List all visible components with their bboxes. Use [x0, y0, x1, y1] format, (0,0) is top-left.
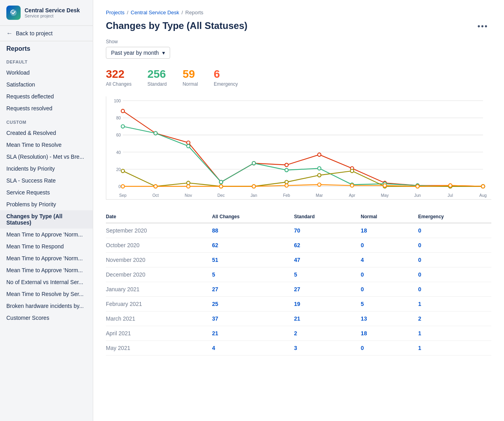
svg-point-40 — [219, 180, 222, 184]
col-date: Date — [106, 211, 207, 223]
cell-emergency: 0 — [414, 238, 491, 252]
svg-point-67 — [318, 183, 321, 186]
sidebar-item-mean-time-resolve[interactable]: Mean Time to Resolve — [0, 139, 93, 151]
cell-standard: 27 — [289, 282, 356, 296]
table-row: May 2021 4 3 0 1 — [106, 340, 491, 355]
sidebar-item-mean-resolve-ser[interactable]: Mean Time to Resolve by Ser... — [0, 288, 93, 300]
sidebar-item-customer-scores[interactable]: Customer Scores — [0, 312, 93, 324]
stat-emergency: 6 Emergency — [214, 68, 238, 87]
table-row: November 2020 51 47 4 0 — [106, 252, 491, 267]
stat-value-emergency: 6 — [214, 68, 238, 81]
svg-text:Feb: Feb — [283, 192, 290, 197]
svg-text:60: 60 — [116, 133, 121, 137]
stat-value-all-changes: 322 — [106, 68, 132, 81]
sidebar-item-mean-time-respond[interactable]: Mean Time to Respond — [0, 240, 93, 252]
brand-icon — [6, 6, 21, 20]
cell-date: April 2021 — [106, 326, 207, 340]
back-to-project-button[interactable]: ← Back to project — [0, 26, 93, 41]
sidebar-item-requests-resolved[interactable]: Requests resolved — [0, 102, 93, 114]
svg-text:Jul: Jul — [448, 192, 453, 197]
stat-label-emergency: Emergency — [214, 81, 238, 87]
col-normal: Normal — [356, 211, 414, 223]
svg-text:Sep: Sep — [119, 192, 126, 197]
svg-text:Apr: Apr — [349, 192, 356, 197]
svg-point-25 — [121, 109, 125, 113]
cell-date: November 2020 — [106, 252, 207, 267]
time-range-dropdown[interactable]: Past year by month ▾ — [106, 47, 170, 59]
cell-standard: 70 — [289, 223, 356, 238]
more-options-button[interactable]: ••• — [474, 20, 491, 33]
svg-text:Nov: Nov — [185, 192, 192, 197]
svg-point-70 — [416, 185, 419, 188]
cell-normal: 0 — [356, 267, 414, 282]
cell-emergency: 0 — [414, 252, 491, 267]
svg-point-55 — [318, 173, 321, 177]
table-row: March 2021 37 21 13 2 — [106, 311, 491, 326]
sidebar-item-changes-type[interactable]: Changes by Type (All Statuses) — [0, 210, 93, 229]
svg-point-66 — [285, 184, 288, 187]
svg-point-39 — [187, 144, 190, 148]
svg-point-31 — [318, 153, 321, 156]
svg-text:Oct: Oct — [152, 192, 159, 197]
svg-point-43 — [318, 167, 321, 170]
svg-point-72 — [481, 185, 485, 188]
cell-date: March 2021 — [106, 311, 207, 326]
stat-value-standard: 256 — [148, 68, 167, 81]
breadcrumb-central-service-desk[interactable]: Central Service Desk — [131, 10, 179, 15]
cell-all: 25 — [207, 296, 289, 311]
page-header: Changes by Type (All Statuses) ••• — [106, 20, 491, 33]
custom-section-title: CUSTOM — [0, 114, 93, 127]
svg-point-64 — [219, 185, 222, 188]
cell-all: 5 — [207, 267, 289, 282]
cell-normal: 0 — [356, 282, 414, 296]
sidebar-item-mean-approve-norm1[interactable]: Mean Time to Approve 'Norm... — [0, 229, 93, 240]
svg-point-38 — [154, 131, 157, 135]
sidebar-item-sla-resolution[interactable]: SLA (Resolution) - Met vs Bre... — [0, 151, 93, 163]
cell-all: 88 — [207, 223, 289, 238]
table-row: January 2021 27 27 0 0 — [106, 282, 491, 296]
table-row: September 2020 88 70 18 0 — [106, 223, 491, 238]
svg-point-62 — [154, 185, 157, 188]
chart-container: 020406080100SepOctNovDecJanFebMarAprMayJ… — [106, 96, 491, 200]
cell-standard: 3 — [289, 340, 356, 355]
sidebar-item-mean-approve-norm3[interactable]: Mean Time to Approve 'Norm... — [0, 264, 93, 276]
sidebar-item-satisfaction[interactable]: Satisfaction — [0, 79, 93, 90]
sidebar-item-service-requests[interactable]: Service Requests — [0, 186, 93, 198]
cell-standard: 62 — [289, 238, 356, 252]
sidebar-item-created-resolved[interactable]: Created & Resolved — [0, 127, 93, 139]
cell-normal: 18 — [356, 223, 414, 238]
svg-text:0: 0 — [119, 184, 121, 189]
cell-date: May 2021 — [106, 340, 207, 355]
cell-date: October 2020 — [106, 238, 207, 252]
sidebar-item-problems-priority[interactable]: Problems by Priority — [0, 198, 93, 210]
cell-emergency: 1 — [414, 326, 491, 340]
svg-text:Jun: Jun — [414, 192, 421, 197]
stat-label-all-changes: All Changes — [106, 81, 132, 87]
cell-emergency: 2 — [414, 311, 491, 326]
sidebar-item-workload[interactable]: Workload — [0, 67, 93, 79]
table-row: December 2020 5 5 0 0 — [106, 267, 491, 282]
svg-point-0 — [10, 10, 17, 16]
cell-standard: 2 — [289, 326, 356, 340]
cell-standard: 47 — [289, 252, 356, 267]
breadcrumb-sep-2: / — [182, 10, 183, 15]
cell-normal: 4 — [356, 252, 414, 267]
data-table: Date All Changes Standard Normal Emergen… — [106, 211, 491, 356]
cell-date: February 2021 — [106, 296, 207, 311]
breadcrumb-reports: Reports — [185, 10, 203, 15]
show-label: Show — [106, 39, 491, 44]
svg-point-30 — [285, 163, 288, 167]
sidebar-item-broken-hardware[interactable]: Broken hardware incidents by... — [0, 300, 93, 312]
sidebar-item-requests-deflected[interactable]: Requests deflected — [0, 90, 93, 102]
stat-standard: 256 Standard — [148, 68, 167, 87]
svg-point-63 — [187, 185, 190, 188]
sidebar-item-sla-success[interactable]: SLA - Success Rate — [0, 175, 93, 186]
sidebar-item-incidents-priority[interactable]: Incidents by Priority — [0, 163, 93, 175]
cell-emergency: 1 — [414, 340, 491, 355]
sidebar-item-mean-approve-norm2[interactable]: Mean Time to Approve 'Norm... — [0, 252, 93, 264]
svg-point-56 — [351, 169, 354, 173]
chart-svg: 020406080100SepOctNovDecJanFebMarAprMayJ… — [106, 96, 491, 199]
svg-text:100: 100 — [114, 98, 121, 103]
sidebar-item-external-internal[interactable]: No of External vs Internal Ser... — [0, 276, 93, 288]
breadcrumb-projects[interactable]: Projects — [106, 10, 125, 15]
